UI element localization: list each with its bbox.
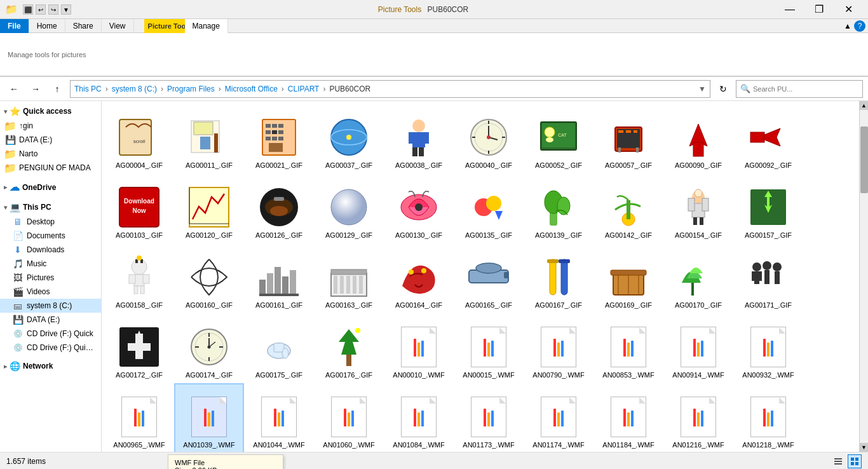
redo-icon[interactable]: ↪: [48, 4, 58, 15]
file-item[interactable]: CAT AG00052_.GIF: [524, 104, 593, 173]
file-item[interactable]: AN01044_.WMF: [244, 383, 314, 452]
file-item[interactable]: AG00092_.GIF: [733, 104, 803, 173]
search-input[interactable]: [753, 85, 858, 93]
file-item[interactable]: AG00169_.GIF: [593, 243, 663, 313]
file-item[interactable]: AG00130_.GIF: [384, 173, 454, 243]
forward-button[interactable]: →: [27, 80, 44, 98]
up-button[interactable]: ↑: [48, 80, 66, 98]
sidebar-item-gin[interactable]: 📁 ↑gin: [0, 119, 101, 133]
breadcrumb-system8[interactable]: system 8 (C:): [112, 85, 157, 93]
breadcrumb-program-files[interactable]: Program Files: [167, 85, 215, 93]
breadcrumb-clipart[interactable]: CLIPART: [288, 85, 320, 93]
tab-view[interactable]: View: [102, 19, 134, 33]
sidebar-item-cd1[interactable]: 💿 CD Drive (F:) Quick: [0, 327, 101, 341]
sidebar-item-penguin[interactable]: 📁 PENGIUN OF MADA: [0, 161, 101, 175]
file-item[interactable]: AN00965_.WMF: [104, 383, 174, 452]
file-item[interactable]: DownloadNow AG00103_.GIF: [104, 173, 174, 243]
details-view-button[interactable]: [831, 454, 845, 468]
sidebar-item-pictures[interactable]: 🖼 Pictures: [0, 271, 101, 285]
file-item[interactable]: AG00139_.GIF: [524, 173, 593, 243]
file-item[interactable]: AN00932_.WMF: [733, 313, 803, 383]
sidebar-item-desktop[interactable]: 🖥 Desktop: [0, 215, 101, 229]
file-item[interactable]: AN01216_.WMF: [663, 383, 733, 452]
sidebar-item-narto[interactable]: 📁 Narto: [0, 147, 101, 161]
file-item[interactable]: AG00160_.GIF: [174, 243, 244, 313]
refresh-button[interactable]: ↻: [714, 80, 732, 98]
file-item[interactable]: AG00172_.GIF: [104, 313, 174, 383]
file-item[interactable]: AG00142_.GIF: [593, 173, 663, 243]
file-item[interactable]: AG00037_.GIF: [314, 104, 384, 173]
file-item[interactable]: AN00015_.WMF: [454, 313, 524, 383]
file-item[interactable]: AG00170_.GIF: [663, 243, 733, 313]
file-item[interactable]: AG00038_.GIF: [384, 104, 454, 173]
file-item[interactable]: AN01218_.WMF: [733, 383, 803, 452]
file-item[interactable]: AG00021_.GIF: [244, 104, 314, 173]
sidebar-section-onedrive[interactable]: ▸ ☁ OneDrive: [0, 179, 101, 196]
file-item[interactable]: AG00176_.GIF: [314, 313, 384, 383]
file-item[interactable]: AG00163_.GIF: [314, 243, 384, 313]
sidebar-item-videos[interactable]: 🎬 Videos: [0, 285, 101, 299]
sidebar-section-this-pc[interactable]: ▾ 💻 This PC: [0, 200, 101, 215]
tab-file[interactable]: File: [0, 19, 29, 33]
customize-icon[interactable]: ▼: [61, 4, 71, 15]
new-window-icon[interactable]: ⬛: [23, 4, 33, 15]
file-item[interactable]: AN01184_.WMF: [593, 383, 663, 452]
close-button[interactable]: ✕: [834, 0, 863, 19]
file-item[interactable]: AG00057_.GIF: [593, 104, 663, 173]
sidebar-item-cd2[interactable]: 💿 CD Drive (F:) Quick N: [0, 341, 101, 355]
file-item[interactable]: AG00171_.GIF: [733, 243, 803, 313]
file-item[interactable]: AG00135_.GIF: [454, 173, 524, 243]
file-item[interactable]: AN01173_.WMF: [454, 383, 524, 452]
file-item[interactable]: AG00164_.GIF: [384, 243, 454, 313]
file-item[interactable]: AN01084_.WMF: [384, 383, 454, 452]
file-item[interactable]: AG00129_.GIF: [314, 173, 384, 243]
file-item[interactable]: AG00174_.GIF: [174, 313, 244, 383]
scroll-down-button[interactable]: ▼: [860, 443, 869, 452]
collapse-ribbon-icon[interactable]: ▲: [844, 22, 851, 31]
scroll-up-button[interactable]: ▲: [860, 101, 869, 110]
file-item[interactable]: AN00790_.WMF: [524, 313, 593, 383]
sidebar-item-music[interactable]: 🎵 Music: [0, 257, 101, 271]
address-dropdown-icon[interactable]: ▼: [698, 85, 706, 93]
file-item[interactable]: AG00040_.GIF: [454, 104, 524, 173]
breadcrumb-this-pc[interactable]: This PC: [74, 85, 102, 93]
search-box[interactable]: 🔍: [736, 80, 863, 98]
tab-share[interactable]: Share: [65, 19, 102, 33]
sidebar-item-data-e2[interactable]: 💾 DATA (E:): [0, 313, 101, 327]
file-item[interactable]: AN01174_.WMF: [524, 383, 593, 452]
tab-manage[interactable]: Manage: [185, 19, 228, 33]
file-item[interactable]: AN00914_.WMF: [663, 313, 733, 383]
file-item[interactable]: AG00154_.GIF: [663, 173, 733, 243]
file-item[interactable]: AG00161_.GIF: [244, 243, 314, 313]
file-item[interactable]: AG00120_.GIF: [174, 173, 244, 243]
sidebar-item-downloads[interactable]: ⬇ Downloads: [0, 243, 101, 257]
file-item[interactable]: AN00853_.WMF: [593, 313, 663, 383]
file-item[interactable]: AG00167_.GIF: [524, 243, 593, 313]
file-item[interactable]: AN00010_.WMF: [384, 313, 454, 383]
file-item[interactable]: AN01060_.WMF: [314, 383, 384, 452]
minimize-button[interactable]: —: [775, 0, 804, 19]
file-item[interactable]: AG00175_.GIF: [244, 313, 314, 383]
help-icon[interactable]: ?: [854, 20, 865, 32]
file-item[interactable]: AG00011_.GIF: [174, 104, 244, 173]
file-item[interactable]: AG00158_.GIF: [104, 243, 174, 313]
large-icons-view-button[interactable]: [848, 454, 862, 468]
scrollbar[interactable]: ▲ ▼: [859, 101, 868, 452]
file-item[interactable]: AG00126_.GIF: [244, 173, 314, 243]
sidebar-item-documents[interactable]: 📄 Documents: [0, 229, 101, 243]
undo-icon[interactable]: ↩: [36, 4, 46, 15]
sidebar-item-data-e[interactable]: 💾 DATA (E:): [0, 133, 101, 147]
sidebar-item-system8[interactable]: 🖴 system 8 (C:): [0, 299, 101, 313]
file-item-selected[interactable]: AN01039_.WMF WMF File Size: 3,26 KB Date…: [174, 383, 244, 452]
file-item[interactable]: AG00157_.GIF: [733, 173, 803, 243]
back-button[interactable]: ←: [5, 80, 23, 98]
tab-home[interactable]: Home: [29, 19, 65, 33]
file-item[interactable]: AG00090_.GIF: [663, 104, 733, 173]
file-item[interactable]: scroll AG00004_.GIF: [104, 104, 174, 173]
file-item[interactable]: AG00165_.GIF: [454, 243, 524, 313]
scroll-thumb[interactable]: [860, 126, 868, 193]
breadcrumb-ms-office[interactable]: Microsoft Office: [225, 85, 278, 93]
sidebar-section-quick-access[interactable]: ▾ ⭐ Quick access: [0, 104, 101, 119]
maximize-button[interactable]: ❐: [804, 0, 834, 19]
sidebar-section-network[interactable]: ▸ 🌐 Network: [0, 358, 101, 374]
